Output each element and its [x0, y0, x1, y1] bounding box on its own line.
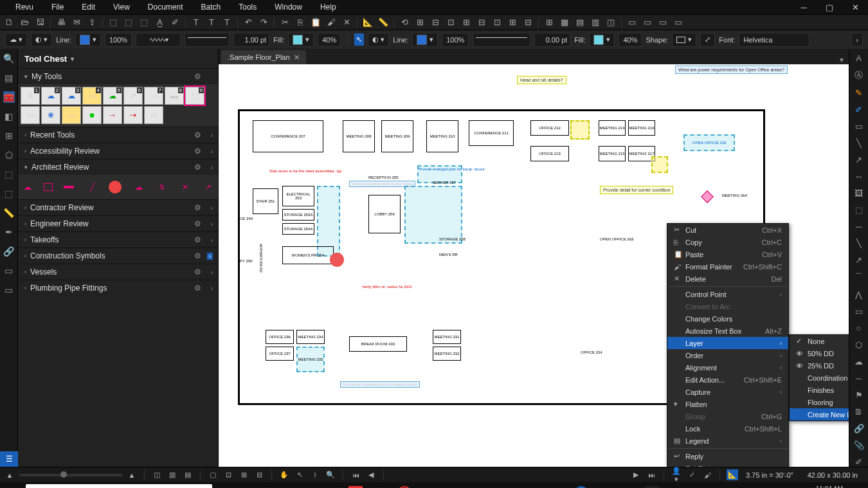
menu-document[interactable]: Document — [139, 3, 192, 12]
forms-icon[interactable]: ▭ — [3, 284, 15, 296]
layer-50dd[interactable]: 👁50% DD — [790, 347, 849, 359]
callout[interactable]: Head and sill details? — [517, 76, 566, 84]
layer-finishes[interactable]: Finishes — [790, 384, 849, 396]
cloud-icon[interactable]: ☁ — [853, 356, 865, 366]
copy-icon[interactable]: ⎘ — [295, 17, 305, 28]
powerpoint-icon[interactable]: P — [519, 482, 545, 488]
section-architect[interactable]: ▾Architect Review⚙› — [18, 159, 218, 175]
text-tool-icon[interactable]: A — [853, 53, 865, 63]
line-style-dropdown[interactable]: ∿∿∿∿ ▾ — [136, 33, 181, 47]
section-construction[interactable]: ›Construction Symbols⚙› — [18, 248, 218, 264]
gear-icon[interactable]: ⚙ — [194, 163, 201, 172]
cloud-markup[interactable] — [651, 156, 668, 173]
layer-coord[interactable]: Coordination Comments — [790, 372, 849, 384]
gear-icon[interactable]: ⚙ — [194, 219, 201, 228]
zoom-slider[interactable] — [19, 474, 122, 476]
tool-icon[interactable]: ⬚ — [3, 168, 15, 180]
outlook-icon[interactable]: O — [267, 482, 293, 488]
open-icon[interactable]: 🗁 — [19, 17, 30, 28]
menu-window[interactable]: Window — [266, 3, 311, 12]
line-color-2-dropdown[interactable]: ▾ — [412, 33, 438, 47]
layer-icon[interactable]: ▭ — [627, 17, 637, 28]
menu-help[interactable]: Help — [311, 3, 345, 12]
image-icon[interactable]: 🖼 — [853, 188, 865, 198]
cloud-markup[interactable] — [570, 120, 590, 140]
flag-icon[interactable]: ⚑ — [853, 390, 865, 400]
taskbar-clock[interactable]: 11:04 AM 3/23/2019 — [815, 485, 847, 489]
leader-dropdown[interactable]: ◐ ▾ — [368, 33, 389, 47]
align-icon[interactable]: ⊟ — [430, 17, 440, 28]
fill-color-2-dropdown[interactable]: ▾ — [589, 33, 615, 47]
layer-25dd[interactable]: 👁25% DD — [790, 359, 849, 372]
tool-item[interactable]: ▭4 — [82, 87, 102, 105]
signature-icon[interactable]: ✒ — [3, 226, 15, 238]
ctx-legend[interactable]: ▤Legend› — [667, 435, 788, 447]
ctx-format-painter[interactable]: 🖌Format PainterCtrl+Shift+C — [667, 260, 788, 273]
tool-item[interactable]: ▭ — [62, 106, 81, 124]
tool-item[interactable]: ❀ — [41, 106, 60, 124]
section-recent[interactable]: ›Recent Tools⚙› — [18, 127, 218, 143]
align-icon[interactable]: ⊟ — [523, 17, 533, 28]
line-opacity-2[interactable]: 100% — [442, 33, 469, 47]
ada-circle[interactable] — [330, 253, 344, 267]
store-icon[interactable]: 🛍 — [467, 482, 493, 488]
delete-icon[interactable]: ✕ — [341, 17, 352, 28]
redo-icon[interactable]: ↷ — [258, 17, 269, 28]
grid-icon[interactable]: ◫ — [606, 17, 616, 28]
text-tool-icon[interactable]: T — [222, 17, 232, 28]
ctx-layer[interactable]: Layer› — [667, 337, 788, 349]
menu-batch[interactable]: Batch — [192, 3, 230, 12]
document-canvas[interactable]: Head and sill details? What are power re… — [219, 64, 849, 467]
next-page-icon[interactable]: ▶ — [630, 471, 642, 479]
explorer-icon[interactable]: 🗀 — [319, 482, 345, 488]
last-page-icon[interactable]: ⏭ — [646, 471, 657, 479]
forms-icon[interactable]: ▭ — [3, 265, 15, 276]
section-plumbing[interactable]: ›Plumbing Pipe Fittings⚙› — [18, 280, 218, 296]
export-icon[interactable]: ⇪ — [87, 17, 97, 28]
line-pattern-dropdown[interactable] — [185, 33, 230, 47]
task-view-icon[interactable]: ⧉ — [216, 482, 242, 488]
word-icon[interactable]: W — [493, 482, 519, 488]
view-icon[interactable]: ▢ — [207, 471, 219, 479]
gear-icon[interactable]: ⚙ — [194, 251, 201, 260]
dim-icon[interactable]: ↔ — [853, 171, 865, 181]
line-width-2-input[interactable] — [534, 33, 570, 47]
format-painter-icon[interactable]: 🖌 — [326, 17, 336, 28]
menu-edit[interactable]: Edit — [73, 3, 104, 12]
arrow-icon[interactable]: ↗ — [853, 255, 865, 265]
view-icon[interactable]: ⊟ — [253, 471, 265, 479]
onenote-icon[interactable]: N — [615, 482, 641, 488]
menu-tools[interactable]: Tools — [230, 3, 266, 12]
markups-list-icon[interactable]: ☰ — [0, 451, 18, 467]
arch-tool[interactable]: ☁ — [131, 179, 145, 195]
file-icon[interactable]: 🗎 — [853, 406, 865, 417]
tool-item[interactable]: ● — [82, 106, 102, 124]
stamp-icon[interactable]: Ⓐ — [853, 69, 865, 81]
ctx-copy[interactable]: ⎘CopyCtrl+C — [667, 236, 788, 248]
view-icon[interactable]: ◫ — [151, 471, 163, 479]
tool-item[interactable]: ▭ — [144, 106, 163, 124]
markup-style-dropdown[interactable]: ☁ ▾ — [5, 33, 27, 47]
tool-item[interactable]: ⇢ — [123, 106, 143, 124]
line-pattern-2-dropdown[interactable] — [473, 33, 530, 47]
menu-view[interactable]: View — [104, 3, 139, 12]
gear-icon[interactable]: ⚙ — [194, 267, 201, 276]
thumbnails-icon[interactable]: ▤ — [3, 72, 15, 84]
menu-revu[interactable]: Revu — [6, 3, 42, 12]
grid-icon[interactable]: ⊞ — [544, 17, 554, 28]
links-icon[interactable]: 🔗 — [3, 246, 15, 257]
section-mytools[interactable]: ▾ My Tools ⚙ — [18, 69, 218, 84]
gear-icon[interactable]: ⚙ — [194, 131, 201, 140]
autosize-icon[interactable]: ⤢ — [700, 33, 715, 47]
text-tool-icon[interactable]: T — [206, 17, 217, 28]
view-icon[interactable]: ⊡ — [222, 471, 234, 479]
windows-search[interactable]: ◯ 🎤 — [26, 484, 212, 489]
highlight-icon[interactable]: ✐ — [170, 17, 180, 28]
section-takeoffs[interactable]: ›Takeoffs⚙› — [18, 232, 218, 248]
measure-icon[interactable]: 📏 — [378, 17, 388, 28]
excel-icon[interactable]: X — [442, 482, 467, 488]
print-icon[interactable]: 🖶 — [56, 17, 66, 28]
polygon-icon[interactable]: ⬡ — [853, 339, 865, 350]
tool-icon[interactable]: ⬚ — [139, 17, 149, 28]
pen-icon[interactable]: ✎ — [853, 87, 865, 98]
